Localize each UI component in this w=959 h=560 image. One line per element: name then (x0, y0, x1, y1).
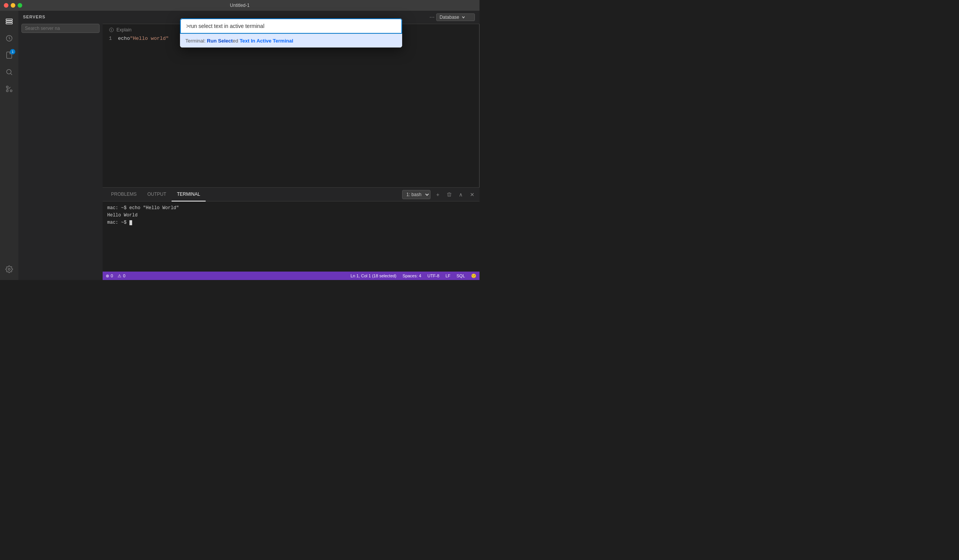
command-result-item[interactable]: Terminal: Run Selected Text In Active Te… (180, 34, 402, 47)
collapse-terminal-button[interactable]: ∧ (457, 190, 465, 199)
line-ending-indicator[interactable]: LF (445, 273, 450, 278)
trash-icon (447, 192, 452, 197)
window-title: Untitled-1 (230, 3, 249, 8)
warning-count[interactable]: ⚠ 0 (118, 273, 125, 278)
activity-icon-files[interactable]: 1 (2, 47, 17, 63)
svg-point-6 (10, 90, 12, 92)
terminal-content[interactable]: mac: ~$ echo "Hello World" Hello World m… (103, 201, 480, 272)
close-button[interactable] (4, 3, 8, 8)
result-prefix: Terminal: (185, 38, 207, 44)
command-results: Terminal: Run Selected Text In Active Te… (180, 34, 402, 47)
tab-terminal[interactable]: TERMINAL (172, 188, 206, 201)
cursor-position[interactable]: Ln 1, Col 1 (18 selected) (350, 273, 396, 278)
svg-line-5 (11, 74, 12, 75)
svg-rect-2 (6, 23, 13, 24)
window-controls (4, 3, 22, 8)
svg-point-8 (7, 90, 8, 92)
tab-output[interactable]: OUTPUT (142, 188, 172, 201)
terminal-line-3: mac: ~$ (107, 219, 475, 226)
svg-point-9 (8, 269, 10, 270)
svg-point-7 (7, 86, 8, 88)
sidebar: SERVERS (18, 11, 103, 280)
activity-icon-history[interactable] (2, 31, 17, 46)
activity-icon-settings[interactable] (2, 262, 17, 277)
encoding-indicator[interactable]: UTF-8 (427, 273, 439, 278)
activity-icon-search[interactable] (2, 64, 17, 80)
chevron-down-icon (461, 15, 465, 19)
editor-area[interactable]: Explain 1 echo "Hello world" (103, 24, 480, 187)
titlebar: Untitled-1 (0, 0, 480, 11)
smiley-icon[interactable]: 🙂 (471, 273, 476, 278)
tab-problems[interactable]: PROBLEMS (106, 188, 142, 201)
activity-icon-git[interactable] (2, 81, 17, 97)
result-highlight1: Run Select (207, 38, 232, 44)
terminal-line-2: Hello World (107, 212, 475, 219)
status-bar-right: Ln 1, Col 1 (18 selected) Spaces: 4 UTF-… (350, 273, 476, 278)
vertical-divider (479, 24, 480, 187)
code-string-hello: "Hello world" (130, 36, 169, 41)
more-options-icon[interactable]: ··· (429, 14, 434, 21)
terminal-cursor (129, 220, 132, 225)
database-label: Database (440, 15, 459, 20)
error-count[interactable]: ⊗ 0 (106, 273, 113, 278)
spaces-indicator[interactable]: Spaces: 4 (403, 273, 421, 278)
status-bar: ⊗ 0 ⚠ 0 Ln 1, Col 1 (18 selected) Spaces… (103, 272, 480, 280)
terminal-selector[interactable]: 1: bash (402, 190, 430, 199)
maximize-button[interactable] (18, 3, 22, 8)
panel-tabs: PROBLEMS OUTPUT TERMINAL 1: bash + (103, 188, 480, 201)
terminal-line-1: mac: ~$ echo "Hello World" (107, 205, 475, 212)
command-input-wrap (180, 18, 402, 34)
main-content: ··· Database Explain 1 echo "Hello world… (103, 11, 480, 280)
minimize-button[interactable] (11, 3, 15, 8)
error-icon: ⊗ (106, 273, 109, 278)
command-palette-input[interactable] (181, 19, 401, 33)
result-middle: ed (233, 38, 240, 44)
files-badge: 1 (10, 49, 15, 54)
result-highlight2: Text In Active Terminal (240, 38, 293, 44)
close-terminal-button[interactable]: ✕ (468, 190, 476, 199)
terminal-panel: PROBLEMS OUTPUT TERMINAL 1: bash + (103, 187, 480, 272)
add-terminal-button[interactable]: + (434, 190, 442, 199)
activity-icon-servers[interactable] (2, 14, 17, 29)
panel-actions: + ∧ ✕ (434, 190, 476, 199)
language-indicator[interactable]: SQL (457, 273, 465, 278)
explain-label: Explain (116, 27, 131, 33)
explain-icon (109, 27, 114, 33)
svg-rect-0 (6, 19, 13, 20)
command-palette[interactable]: Terminal: Run Selected Text In Active Te… (180, 18, 402, 47)
code-echo: echo (118, 36, 130, 41)
activity-bar: 1 (0, 11, 18, 280)
database-dropdown[interactable]: Database (436, 13, 475, 21)
sidebar-header: SERVERS (18, 11, 103, 21)
line-number-1: 1 (103, 36, 118, 41)
warning-icon: ⚠ (118, 273, 121, 278)
server-search-input[interactable] (21, 24, 100, 33)
delete-terminal-button[interactable] (445, 190, 453, 199)
svg-point-4 (7, 69, 11, 74)
svg-rect-1 (6, 21, 13, 22)
